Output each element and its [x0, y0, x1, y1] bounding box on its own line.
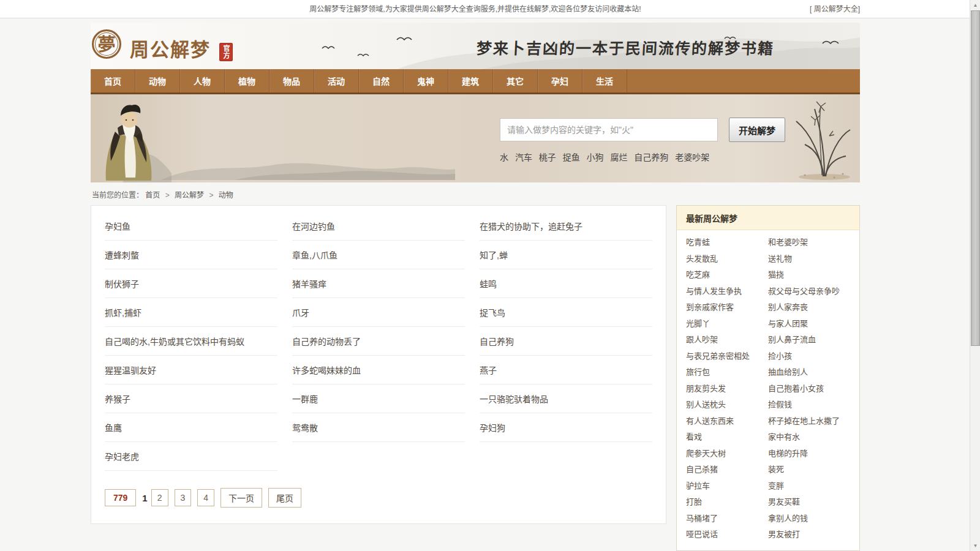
scroll-up-arrow-icon[interactable]: ▲ [970, 0, 980, 10]
dream-topic-link[interactable]: 蛙鸣 [480, 269, 652, 298]
latest-dream-link[interactable]: 变胖 [768, 478, 784, 495]
latest-dream-link[interactable]: 吃青蛙 [686, 234, 768, 251]
hot-keyword-link[interactable]: 自己养狗 [634, 152, 668, 162]
latest-dream-link[interactable]: 马桶堵了 [686, 511, 768, 527]
latest-dream-link[interactable]: 叔父母与父母亲争吵 [768, 283, 840, 300]
latest-dream-link[interactable]: 驴拉车 [686, 478, 768, 495]
nav-item-life[interactable]: 生活 [582, 69, 627, 92]
dream-topic-link[interactable]: 自己喝的水,牛奶或其它饮料中有蚂蚁 [105, 327, 277, 355]
nav-item-ghosts[interactable]: 鬼神 [404, 69, 448, 92]
dream-search-input[interactable] [500, 118, 718, 141]
next-page-button[interactable]: 下一页 [221, 488, 262, 508]
nav-item-nature[interactable]: 自然 [359, 69, 404, 92]
latest-dream-link[interactable]: 头发散乱 [686, 251, 768, 268]
hot-keyword-link[interactable]: 老婆吵架 [675, 152, 709, 162]
dream-topic-link[interactable]: 在河边钓鱼 [292, 212, 465, 240]
page-link-2[interactable]: 2 [151, 489, 168, 506]
nav-item-animals[interactable]: 动物 [135, 69, 180, 92]
latest-dream-link[interactable]: 打胎 [686, 494, 768, 511]
nav-item-people[interactable]: 人物 [180, 69, 225, 92]
dream-topic-link[interactable]: 遭蜂刺螫 [105, 241, 277, 269]
latest-dream-link[interactable]: 别人家奔丧 [768, 299, 808, 316]
dream-topic-link[interactable]: 鸳鸯散 [292, 413, 465, 441]
latest-dream-link[interactable]: 和老婆吵架 [768, 234, 808, 251]
hot-keyword-link[interactable]: 水 [500, 152, 508, 162]
dream-topic-link[interactable]: 一群鹿 [292, 384, 465, 413]
dream-topic-link[interactable]: 一只骆驼驮着物品 [480, 384, 652, 413]
latest-dream-link[interactable]: 自己杀猪 [686, 462, 768, 478]
breadcrumb-link-home[interactable]: 首页 [145, 191, 160, 200]
nav-item-pregnancy[interactable]: 孕妇 [538, 69, 582, 92]
dream-topic-link[interactable]: 在猎犬的协助下，追赶兔子 [480, 212, 652, 240]
breadcrumb-link-animals[interactable]: 动物 [219, 191, 233, 200]
latest-dream-link[interactable]: 捡小孩 [768, 348, 792, 365]
search-button[interactable]: 开始解梦 [729, 118, 785, 142]
hot-keyword-link[interactable]: 捉鱼 [563, 152, 580, 162]
dream-topic-link[interactable]: 捉飞鸟 [480, 298, 652, 326]
dream-topic-link[interactable]: 燕子 [480, 356, 652, 384]
latest-dream-link[interactable]: 别人鼻子流血 [768, 332, 816, 348]
latest-dream-link[interactable]: 光脚丫 [686, 316, 768, 332]
scroll-down-arrow-icon[interactable]: ▼ [970, 541, 980, 551]
latest-dream-link[interactable]: 男友被打 [768, 527, 800, 543]
dream-topic-link[interactable]: 自己养狗 [480, 327, 652, 355]
latest-dream-link[interactable]: 与情人发生争执 [686, 283, 768, 300]
nav-item-plants[interactable]: 植物 [225, 69, 270, 92]
latest-dream-link[interactable]: 哑巴说话 [686, 527, 768, 543]
site-logo[interactable]: 夢 周公解梦 官方 [92, 29, 233, 62]
hot-keyword-link[interactable]: 小狗 [587, 152, 604, 162]
latest-dream-link[interactable]: 跟人吵架 [686, 332, 768, 348]
dream-topic-link[interactable]: 猪羊骚痒 [292, 269, 465, 298]
latest-dream-link[interactable]: 猫挠 [768, 267, 784, 283]
dream-topic-link[interactable]: 自己养的动物丢了 [292, 327, 465, 355]
latest-dream-link[interactable]: 与家人团聚 [768, 316, 808, 332]
page-link-4[interactable]: 4 [197, 489, 214, 506]
dream-topic-link[interactable]: 抓虾,捕虾 [105, 298, 277, 326]
latest-dream-link[interactable]: 拿别人的钱 [768, 511, 808, 527]
latest-dream-link[interactable]: 别人送枕头 [686, 397, 768, 413]
dream-topic-link[interactable]: 章鱼,八爪鱼 [292, 241, 465, 269]
dream-topic-link[interactable]: 养猴子 [105, 384, 277, 413]
nav-item-others[interactable]: 其它 [493, 69, 538, 92]
latest-dream-link[interactable]: 男友买鞋 [768, 494, 800, 511]
latest-dream-link[interactable]: 到亲戚家作客 [686, 299, 768, 316]
dream-topic-link[interactable]: 知了,蝉 [480, 241, 652, 269]
latest-dream-link[interactable]: 家中有水 [768, 429, 800, 446]
hot-keyword-link[interactable]: 汽车 [515, 152, 532, 162]
latest-dream-link[interactable]: 抽血给别人 [768, 364, 808, 381]
site-name-link[interactable]: [ 周公解梦大全] [810, 0, 860, 18]
dream-topic-link[interactable]: 鱼鹰 [105, 413, 277, 441]
dream-topic-link[interactable]: 制伏狮子 [105, 269, 277, 298]
page-link-3[interactable]: 3 [175, 489, 192, 506]
latest-dream-link[interactable]: 自己抱着小女孩 [768, 381, 824, 397]
scroll-thumb[interactable] [971, 10, 980, 346]
last-page-button[interactable]: 尾页 [268, 488, 301, 508]
dream-topic-link[interactable]: 许多蛇喝妹妹的血 [292, 356, 465, 384]
total-pages-box: 779 [105, 489, 136, 506]
latest-dream-link[interactable]: 爬参天大树 [686, 446, 768, 462]
dream-topic-link[interactable]: 爪牙 [292, 298, 465, 326]
dream-topic-link[interactable]: 猩猩温驯友好 [105, 356, 277, 384]
latest-dream-link[interactable]: 有人送东西来 [686, 413, 768, 430]
latest-dream-link[interactable]: 看戏 [686, 429, 768, 446]
breadcrumb-link-dreams[interactable]: 周公解梦 [175, 191, 204, 200]
dream-topic-link[interactable]: 孕妇鱼 [105, 212, 277, 240]
hot-keyword-link[interactable]: 腐烂 [610, 152, 627, 162]
latest-dream-link[interactable]: 杯子掉在地上水撒了 [768, 413, 840, 430]
nav-item-buildings[interactable]: 建筑 [448, 69, 493, 92]
nav-item-activities[interactable]: 活动 [314, 69, 359, 92]
latest-dream-link[interactable]: 朋友剪头发 [686, 381, 768, 397]
latest-dream-link[interactable]: 与表兄弟亲密相处 [686, 348, 768, 365]
nav-item-objects[interactable]: 物品 [270, 69, 314, 92]
latest-dream-link[interactable]: 捡假钱 [768, 397, 792, 413]
latest-dream-link[interactable]: 装死 [768, 462, 784, 478]
dream-topic-link[interactable]: 孕妇狗 [480, 413, 652, 441]
latest-dream-link[interactable]: 电梯的升降 [768, 446, 808, 462]
dream-topic-link[interactable]: 孕妇老虎 [105, 442, 277, 470]
latest-dream-link[interactable]: 旅行包 [686, 364, 768, 381]
hot-keyword-link[interactable]: 桃子 [539, 152, 556, 162]
browser-scrollbar[interactable]: ▲ ▼ [970, 0, 980, 551]
latest-dream-link[interactable]: 吃芝麻 [686, 267, 768, 283]
latest-dream-link[interactable]: 送礼物 [768, 251, 792, 268]
nav-item-home[interactable]: 首页 [91, 69, 135, 92]
